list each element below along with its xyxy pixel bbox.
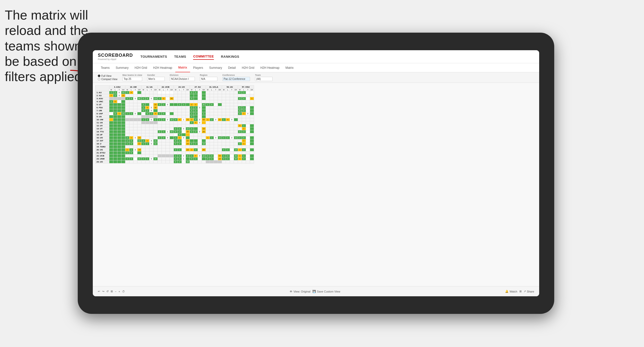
matrix-cell: 32	[170, 118, 174, 121]
matrix-cell	[170, 154, 174, 157]
zoom-in-btn[interactable]: +	[118, 290, 120, 293]
matrix-cell	[157, 109, 162, 112]
conference-select[interactable]: Pac-12 Conference All	[222, 77, 250, 81]
division-select[interactable]: NCAA Division I NCAA Division II NCAA Di…	[170, 77, 195, 81]
matrix-cell: 2	[194, 130, 198, 133]
matrix-cell	[125, 121, 129, 124]
sub-t3: T	[149, 89, 153, 91]
sub-nav-matrix[interactable]: Matrix	[175, 63, 190, 72]
sub-nav-h2h-heatmap[interactable]: H2H Heatmap	[150, 63, 175, 72]
region-select[interactable]: N/A All	[200, 77, 217, 81]
matrix-cell: 0	[129, 151, 133, 154]
refresh-btn[interactable]: ↺	[106, 290, 109, 293]
gender-select[interactable]: Men's Women's	[147, 77, 165, 81]
zoom-fit-btn[interactable]: ⊞	[111, 290, 113, 293]
matrix-cell	[125, 130, 129, 133]
sub-nav-players[interactable]: Players	[190, 63, 206, 72]
matrix-cell	[210, 91, 214, 94]
matrix-cell: 0	[222, 157, 226, 160]
matrix-cell: 1	[182, 103, 186, 106]
sub-nav-summary2[interactable]: Summary	[206, 63, 225, 72]
matrix-cell: 0	[226, 154, 230, 157]
matrix-cell: 3	[190, 121, 194, 124]
matrix-cell	[162, 160, 166, 163]
matrix-cell	[250, 118, 254, 121]
matrix-cell	[210, 127, 214, 130]
matrix-cell	[133, 133, 137, 136]
col-header-asu: 3. ASU	[109, 86, 125, 89]
matrix-cell: 0	[174, 157, 178, 160]
team-select[interactable]: (All)	[255, 77, 273, 81]
matrix-cell	[202, 100, 206, 103]
matrix-cell	[182, 133, 186, 136]
matrix-cell	[137, 115, 141, 118]
nav-rankings[interactable]: RANKINGS	[221, 54, 239, 60]
matrix-cell	[206, 94, 210, 97]
nav-teams[interactable]: TEAMS	[174, 54, 186, 60]
redo-btn[interactable]: ↪	[102, 290, 104, 293]
row-label: 3. ASU	[96, 97, 109, 100]
matrix-cell: 2	[178, 127, 182, 130]
matrix-cell	[125, 145, 129, 148]
matrix-cell	[166, 139, 170, 142]
matrix-cell: 0	[117, 94, 121, 97]
matrix-cell	[129, 154, 133, 157]
sub-nav-h2h-grid2[interactable]: H2H Grid	[239, 63, 257, 72]
matrix-cell	[214, 121, 218, 124]
nav-tournaments[interactable]: TOURNAMENTS	[140, 54, 167, 60]
matrix-cell	[170, 148, 174, 151]
matrix-cell	[170, 142, 174, 145]
matrix-cell	[194, 100, 198, 103]
sub-nav-detail[interactable]: Detail	[225, 63, 239, 72]
matrix-cell	[174, 91, 178, 94]
watch-btn[interactable]: 🔔 Watch	[505, 290, 517, 293]
zoom-out-btn[interactable]: −	[115, 290, 116, 293]
sub-nav-h2h-grid[interactable]: H2H Grid	[132, 63, 150, 72]
sub-nav-summary[interactable]: Summary	[113, 63, 131, 72]
matrix-cell	[141, 100, 145, 103]
main-content[interactable]: 3. ASU 10. UW 11. UA 22. UCB 24. UO 27. …	[93, 83, 539, 286]
save-custom-btn[interactable]: 💾 Save Custom View	[312, 290, 340, 293]
table-row: 12. UV01	[96, 124, 254, 127]
matrix-cell	[218, 121, 222, 124]
matrix-cell	[141, 124, 145, 127]
matrix-cell: 0	[242, 148, 246, 151]
matrix-cell	[186, 124, 190, 127]
matrix-cell	[157, 151, 162, 154]
matrix-cell	[141, 160, 145, 163]
sub-nav-h2h-heatmap2[interactable]: H2H Heatmap	[257, 63, 282, 72]
sub-w2: W	[125, 89, 129, 91]
sub-t4: T	[166, 89, 170, 91]
matrix-cell	[117, 154, 121, 157]
max-teams-select[interactable]: Top 25 Top 50 All	[122, 77, 142, 81]
matrix-cell	[250, 142, 254, 145]
matrix-cell	[230, 160, 234, 163]
full-view-radio[interactable]: Full View	[98, 75, 117, 77]
matrix-cell: 0	[149, 118, 153, 121]
matrix-cell	[186, 97, 190, 100]
matrix-cell	[137, 145, 141, 148]
share-label: Share	[527, 290, 534, 293]
matrix-cell	[246, 121, 250, 124]
matrix-cell	[238, 100, 242, 103]
matrix-cell	[121, 139, 125, 142]
nav-committee[interactable]: COMMITTEE	[193, 53, 214, 60]
matrix-cell	[246, 127, 250, 130]
sub-nav: Teams Summary H2H Grid H2H Heatmap Matri…	[93, 63, 539, 72]
matrix-cell	[157, 91, 162, 94]
matrix-cell	[226, 94, 230, 97]
sub-nav-teams[interactable]: Teams	[98, 63, 113, 72]
compact-view-radio[interactable]: Compact View	[98, 78, 117, 81]
matrix-cell	[218, 133, 222, 136]
matrix-cell: 5	[230, 118, 234, 121]
sub-nav-matrix2[interactable]: Matrix	[282, 63, 297, 72]
share-btn[interactable]: ↗ Share	[524, 290, 534, 293]
settings-btn[interactable]: ⏱	[122, 290, 125, 293]
matrix-cell	[162, 94, 166, 97]
matrix-cell	[109, 109, 113, 112]
undo-btn[interactable]: ↩	[98, 290, 100, 293]
matrix-cell	[214, 151, 218, 154]
view-original-btn[interactable]: 👁 View: Original	[290, 290, 310, 293]
layout-btn[interactable]: ⊞	[519, 290, 522, 293]
matrix-cell	[170, 157, 174, 160]
